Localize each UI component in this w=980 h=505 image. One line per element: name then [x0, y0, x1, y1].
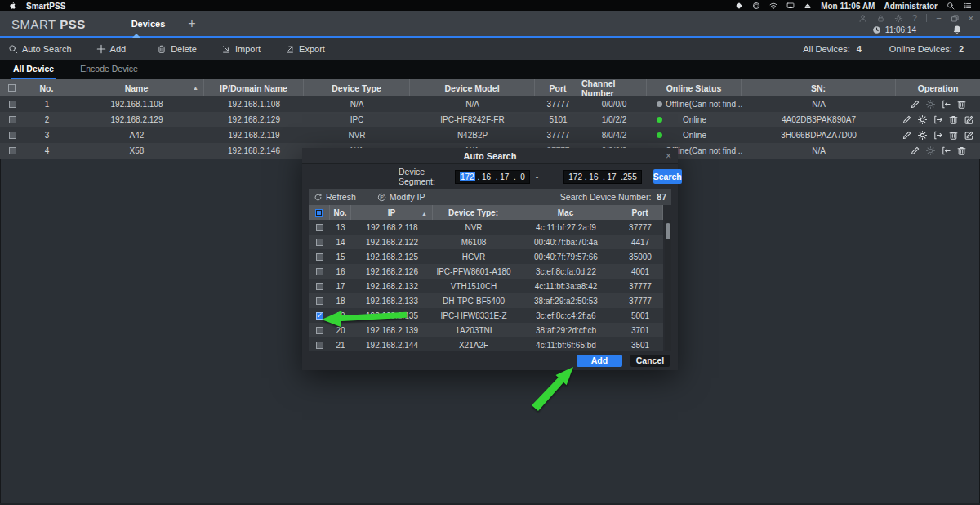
cell-type: NVR — [433, 220, 514, 235]
cell-ops — [896, 96, 980, 112]
tab-devices[interactable]: Devices — [131, 19, 166, 29]
cancel-button[interactable]: Cancel — [630, 355, 670, 367]
col-status[interactable]: Online Status — [647, 79, 742, 96]
add-button[interactable]: Add — [577, 355, 622, 367]
column-label: Device Type — [332, 83, 381, 93]
result-checkbox[interactable] — [316, 312, 323, 320]
refresh-button[interactable]: Refresh — [314, 192, 356, 202]
delete-device-icon[interactable] — [956, 99, 967, 109]
new-tab-button[interactable]: + — [188, 20, 195, 28]
cell-no: 15 — [330, 249, 351, 264]
result-checkbox[interactable] — [316, 327, 323, 334]
scrollbar-thumb[interactable] — [666, 223, 670, 239]
col-channel[interactable]: Channel Number — [581, 79, 647, 96]
select-all-checkbox[interactable] — [8, 84, 16, 92]
result-checkbox[interactable] — [316, 239, 323, 246]
col-mac[interactable]: Mac — [514, 205, 617, 220]
col-no[interactable]: No. — [330, 205, 351, 220]
segment-start-input[interactable]: 172 . 16 . 17 . 0 — [455, 170, 530, 184]
edit-device-icon[interactable] — [910, 145, 920, 156]
delete-device-icon[interactable] — [956, 145, 967, 156]
keyboard-brightness-icon[interactable] — [735, 2, 743, 10]
close-icon[interactable]: × — [969, 13, 973, 23]
user-account-icon[interactable] — [858, 14, 867, 23]
select-all-results-checkbox[interactable] — [315, 209, 323, 217]
add-device-button[interactable]: Add — [96, 44, 127, 54]
col-ip[interactable]: IP▲ — [351, 205, 433, 220]
search-button[interactable]: Search — [653, 169, 682, 184]
import-button[interactable]: Import — [221, 44, 261, 54]
col-port[interactable]: Port — [617, 205, 663, 220]
eject-icon[interactable] — [804, 2, 812, 10]
delete-device-icon[interactable] — [948, 114, 959, 125]
col-cb[interactable] — [309, 205, 330, 220]
col-cb[interactable] — [0, 79, 24, 96]
settings-icon[interactable] — [894, 14, 903, 23]
col-model[interactable]: Device Model — [410, 79, 535, 96]
auto-search-button[interactable]: Auto Search — [8, 44, 72, 54]
modify-device-icon[interactable] — [964, 114, 974, 125]
edit-device-icon[interactable] — [910, 99, 920, 109]
tab-all-device[interactable]: All Device — [11, 60, 56, 79]
logout-device-icon[interactable] — [933, 130, 943, 141]
control-center-icon[interactable] — [964, 2, 972, 10]
col-ip[interactable]: IP/Domain Name — [204, 79, 304, 96]
status-label: Online — [662, 115, 727, 124]
config-device-icon[interactable] — [925, 145, 936, 156]
cell-ip: 192.168.2.132 — [351, 279, 433, 293]
result-checkbox[interactable] — [316, 283, 323, 290]
tab-encode-device[interactable]: Encode Device — [78, 60, 140, 79]
logout-device-icon[interactable] — [933, 114, 943, 125]
search-results-header: No.IP▲Device Type:MacPort — [309, 205, 663, 220]
config-device-icon[interactable] — [925, 99, 936, 109]
svg-text:IP: IP — [380, 195, 384, 199]
screen-mirroring-icon[interactable] — [786, 2, 795, 10]
modify-device-icon[interactable] — [964, 130, 974, 141]
export-button[interactable]: Export — [285, 44, 325, 54]
dialog-close-icon[interactable]: × — [666, 150, 671, 162]
device-segment-label: Device Segment: — [399, 167, 435, 186]
cell-ip: 192.168.2.146 — [204, 143, 304, 159]
app-status-icon[interactable] — [752, 2, 760, 10]
row-checkbox[interactable] — [9, 116, 16, 123]
col-ops[interactable]: Operation — [896, 79, 980, 96]
edit-device-icon[interactable] — [902, 130, 912, 141]
row-checkbox[interactable] — [9, 147, 16, 154]
login-device-icon[interactable] — [941, 99, 951, 109]
delete-device-icon[interactable] — [948, 130, 959, 141]
result-checkbox[interactable] — [316, 342, 323, 349]
scrollbar-track[interactable] — [665, 220, 671, 351]
result-checkbox[interactable] — [316, 268, 323, 275]
sort-asc-icon[interactable]: ▲ — [421, 211, 427, 217]
wifi-icon[interactable] — [769, 2, 777, 10]
config-device-icon[interactable] — [917, 114, 928, 125]
menubar-app-name[interactable]: SmartPSS — [26, 2, 65, 11]
row-checkbox[interactable] — [9, 101, 16, 108]
result-checkbox[interactable] — [316, 224, 323, 231]
help-icon[interactable]: ? — [912, 13, 917, 23]
result-checkbox[interactable] — [316, 253, 323, 261]
delete-device-button[interactable]: Delete — [157, 44, 197, 54]
segment-end-input[interactable]: 172 . 16 . 17 .255 — [564, 170, 641, 184]
col-sn[interactable]: SN: — [742, 79, 896, 96]
result-checkbox[interactable] — [316, 297, 323, 305]
login-device-icon[interactable] — [941, 145, 951, 156]
restore-icon[interactable] — [951, 14, 960, 23]
modify-ip-button[interactable]: IP Modify IP — [377, 192, 425, 202]
col-name[interactable]: Name▲ — [69, 79, 204, 96]
spotlight-search-icon[interactable] — [947, 2, 955, 10]
apple-menu-icon[interactable] — [8, 2, 16, 10]
col-type[interactable]: Device Type — [304, 79, 410, 96]
config-device-icon[interactable] — [917, 130, 928, 141]
alarm-bell[interactable] — [952, 25, 962, 34]
col-port[interactable]: Port — [535, 79, 581, 96]
minimize-icon[interactable]: − — [936, 13, 941, 23]
lock-icon[interactable] — [876, 14, 885, 23]
menubar-clock[interactable]: Mon 11:06 AM — [821, 2, 875, 11]
col-no[interactable]: No. — [24, 79, 69, 96]
edit-device-icon[interactable] — [902, 114, 912, 125]
menubar-user[interactable]: Administrator — [884, 2, 938, 11]
sort-asc-icon[interactable]: ▲ — [193, 85, 198, 91]
row-checkbox[interactable] — [9, 132, 16, 139]
col-type[interactable]: Device Type: — [433, 205, 514, 220]
